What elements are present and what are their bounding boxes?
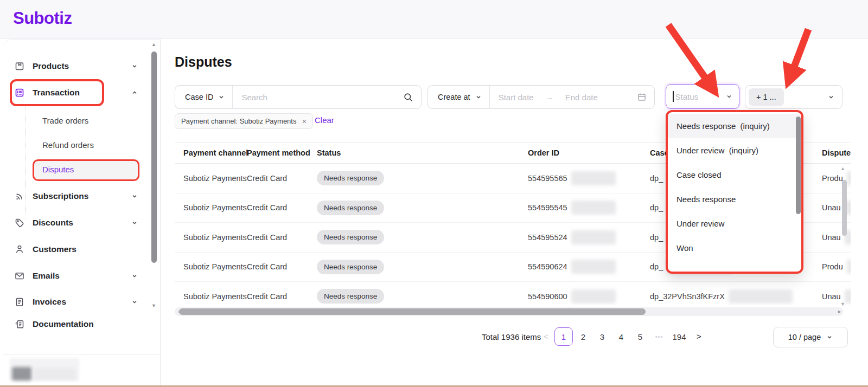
remove-filter-icon[interactable]: ×: [302, 117, 307, 126]
doc-icon: [14, 319, 25, 330]
sidebar-item-invoices[interactable]: Invoices: [14, 291, 138, 313]
column-header-order-id[interactable]: Order ID: [528, 143, 559, 163]
page-size-select[interactable]: 10 / page: [773, 327, 848, 347]
pagination-page-2[interactable]: 2: [574, 327, 592, 346]
redacted-blur: [571, 230, 616, 244]
column-header-payment-channel[interactable]: Payment channel: [183, 143, 248, 163]
column-header-status[interactable]: Status: [317, 143, 341, 163]
sidebar-item-label: Trade orders: [42, 116, 88, 125]
dropdown-option[interactable]: Won: [668, 236, 801, 260]
order-id-cell: 554595565: [528, 164, 616, 193]
active-filter-tag: Payment channel: Subotiz Payments ×: [175, 113, 313, 129]
pagination-page-3[interactable]: 3: [593, 327, 611, 346]
start-date-input[interactable]: Start date: [499, 93, 534, 102]
status-badge: Needs response: [317, 260, 384, 274]
more-filters-count-tag[interactable]: + 1 ...: [749, 88, 784, 106]
dispute-reason-cell: Unau: [822, 282, 851, 305]
pagination-page-4[interactable]: 4: [612, 327, 630, 346]
order-id-value: 554595545: [528, 203, 567, 212]
divider: [489, 86, 490, 108]
dropdown-option[interactable]: Case closed: [668, 163, 801, 187]
pagination-ellipsis[interactable]: •••: [650, 327, 668, 346]
dropdown-option[interactable]: Needs response: [668, 187, 801, 211]
dispute-reason-value: Unau: [822, 203, 841, 212]
sidebar-scrollbar[interactable]: [151, 51, 157, 263]
sidebar-item-documentation[interactable]: Documentation: [14, 313, 138, 335]
page-size-label: 10 / page: [788, 333, 821, 341]
package-icon: [14, 61, 25, 72]
redacted-blur: [571, 201, 616, 215]
brand-logo[interactable]: Subotiz: [13, 9, 72, 28]
calendar-icon[interactable]: [637, 92, 647, 102]
column-header-payment-method[interactable]: Payment method: [247, 143, 310, 163]
sidebar-item-transaction[interactable]: Transaction: [14, 82, 138, 104]
sidebar-item-disputes[interactable]: Disputes: [34, 159, 141, 179]
table-row[interactable]: Subotiz Payments Credit Card Needs respo…: [175, 282, 851, 305]
tag-icon: [14, 217, 25, 228]
sidebar-item-label: Transaction: [33, 88, 80, 98]
case-id-cell: dp_32PVhSn3fKFzrX: [650, 282, 793, 305]
status-cell: Needs response: [317, 164, 384, 193]
sidebar-item-discounts[interactable]: Discounts: [14, 212, 138, 234]
pagination-prev-button[interactable]: <: [544, 332, 548, 341]
sidebar-item-label: Invoices: [33, 297, 66, 307]
chevron-up-icon: [131, 89, 138, 96]
dropdown-scrollbar[interactable]: [796, 117, 801, 214]
status-badge: Needs response: [317, 171, 384, 185]
table-scroll-up-icon[interactable]: ▲: [840, 166, 845, 171]
pagination-page-last[interactable]: 194: [667, 327, 691, 346]
table-horizontal-scrollbar[interactable]: [179, 308, 646, 315]
payment-method-cell: Credit Card: [247, 194, 287, 223]
status-cell: Needs response: [317, 223, 384, 252]
pagination-page-1[interactable]: 1: [554, 327, 573, 346]
search-input[interactable]: Search: [241, 93, 267, 102]
dropdown-option[interactable]: Needs response (inquiry): [668, 114, 801, 138]
sidebar-scroll-up-icon[interactable]: ▲: [151, 42, 156, 47]
transaction-list-icon: [14, 87, 25, 98]
pagination-next-button[interactable]: >: [697, 332, 701, 341]
top-bar: Subotiz: [0, 0, 868, 39]
table-scroll-right-icon[interactable]: ►: [837, 309, 842, 314]
order-id-cell: 554595524: [528, 223, 616, 252]
dispute-reason-value: Produ: [822, 262, 843, 271]
sidebar-item-trade-orders[interactable]: Trade orders: [42, 111, 135, 130]
status-filter-select[interactable]: Status: [666, 84, 739, 109]
sidebar-item-label: Documentation: [33, 319, 94, 329]
pagination-page-5[interactable]: 5: [631, 327, 649, 346]
sidebar-item-refund-orders[interactable]: Refund orders: [42, 135, 135, 154]
more-filters-select[interactable]: + 1 ...: [745, 85, 843, 109]
sidebar-divider: [3, 354, 160, 354]
status-badge: Needs response: [317, 230, 384, 244]
dropdown-option[interactable]: Under review (inquiry): [668, 138, 801, 163]
date-field-selector-label: Create at: [438, 93, 470, 101]
status-badge: Needs response: [317, 289, 384, 304]
chevron-down-icon: [131, 63, 138, 69]
order-id-cell: 554590600: [528, 282, 616, 305]
text-cursor: [673, 91, 674, 102]
sidebar-item-label: Discounts: [33, 218, 73, 228]
table-vertical-scrollbar[interactable]: [842, 180, 847, 236]
table-scroll-down-icon[interactable]: ▼: [840, 301, 845, 307]
date-range-arrow: →: [546, 93, 553, 101]
end-date-input[interactable]: End date: [565, 93, 598, 102]
sidebar-scroll-down-icon[interactable]: ▼: [151, 303, 156, 308]
column-header-dispute-reason[interactable]: Dispute reason: [822, 143, 851, 163]
search-field-selector[interactable]: Case ID: [175, 93, 232, 101]
case-id-value: dp_: [650, 233, 663, 242]
sidebar-item-subscriptions[interactable]: Subscriptions: [14, 185, 138, 207]
sidebar-item-customers[interactable]: Customers: [14, 238, 138, 260]
search-icon[interactable]: [403, 92, 413, 102]
chevron-down-icon: [826, 334, 833, 340]
payment-channel-cell: Subotiz Payments: [183, 164, 247, 193]
dropdown-option[interactable]: Under review: [668, 211, 801, 236]
date-field-selector[interactable]: Create at: [428, 93, 489, 101]
chevron-down-icon: [726, 93, 732, 100]
clear-filters-link[interactable]: Clear: [315, 115, 334, 125]
sidebar-item-emails[interactable]: Emails: [14, 265, 138, 287]
chevron-down-icon: [131, 273, 138, 279]
dispute-reason-value: Produ: [822, 174, 843, 183]
sidebar-item-products[interactable]: Products: [14, 55, 138, 77]
status-cell: Needs response: [317, 253, 384, 282]
status-placeholder: Status: [675, 92, 699, 101]
user-icon: [14, 244, 25, 255]
